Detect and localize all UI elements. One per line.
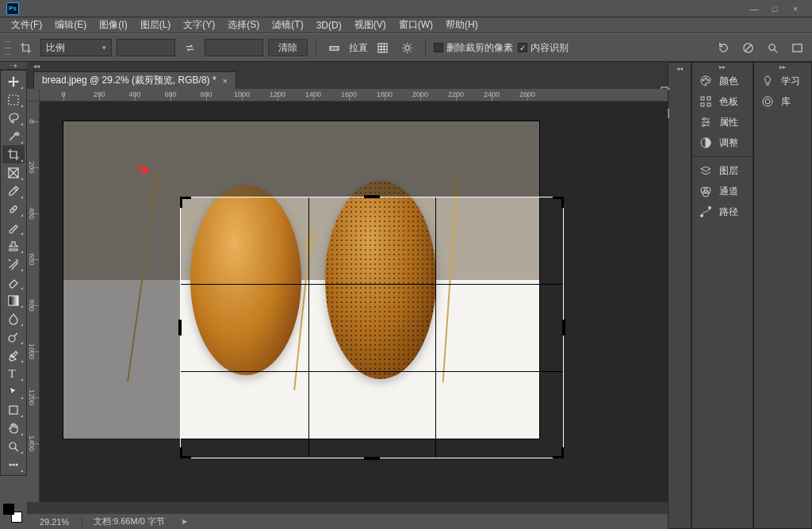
eraser-tool[interactable] <box>2 273 25 291</box>
crop-handle-left[interactable] <box>178 320 182 335</box>
document-info[interactable]: 文档:9.66M/0 字节 <box>82 516 176 527</box>
dock-collapse-handle[interactable]: ▸▸ <box>692 63 753 71</box>
menu-7[interactable]: 3D(D) <box>310 17 348 33</box>
vertical-ruler[interactable]: 0200400600800100012001400 <box>27 102 40 502</box>
edit-toolbar[interactable] <box>2 455 25 473</box>
cancel-crop-icon[interactable] <box>738 39 758 56</box>
dock-collapse-handle[interactable]: ▸▸ <box>754 63 811 71</box>
menu-10[interactable]: 帮助(H) <box>439 17 485 33</box>
crop-handle-top[interactable] <box>364 195 380 198</box>
svg-point-27 <box>707 121 710 124</box>
toolbox: T <box>0 70 27 476</box>
menu-5[interactable]: 选择(S) <box>221 17 266 33</box>
move-tool[interactable] <box>2 72 25 90</box>
crop-height-input[interactable] <box>205 39 263 56</box>
overlay-options-icon[interactable] <box>373 39 393 56</box>
gradient-tool[interactable] <box>2 291 25 309</box>
swap-dimensions-button[interactable] <box>180 39 200 56</box>
properties-panel-icon <box>699 115 713 129</box>
horizontal-ruler[interactable]: 0200400600800100012001400160018002000220… <box>40 89 668 102</box>
menu-6[interactable]: 滤镜(T) <box>266 17 309 33</box>
content-aware-checkbox[interactable]: ✓ 内容识别 <box>518 41 569 55</box>
shape-tool[interactable] <box>2 401 25 419</box>
color-panel[interactable]: 颜色 <box>692 71 753 91</box>
crop-tool-preset-icon[interactable] <box>16 39 36 56</box>
horizontal-scrollbar[interactable] <box>27 502 668 513</box>
zoom-level[interactable]: 29.21% <box>27 517 82 527</box>
dock-collapse-handle[interactable]: ◂◂ <box>676 64 683 72</box>
ruler-origin[interactable] <box>27 89 40 102</box>
path-select-tool[interactable] <box>2 382 25 401</box>
menu-3[interactable]: 图层(L) <box>134 17 178 33</box>
foreground-color-swatch[interactable] <box>3 504 14 515</box>
clone-stamp-tool[interactable] <box>2 236 25 255</box>
swatches-panel[interactable]: 色板 <box>692 91 753 112</box>
delete-cropped-label: 删除裁剪的像素 <box>446 41 513 55</box>
app-logo: Ps <box>6 2 19 15</box>
frame-tool[interactable] <box>2 163 25 182</box>
spot-heal-tool[interactable] <box>2 200 25 218</box>
window-close-button[interactable]: × <box>785 3 806 14</box>
menu-9[interactable]: 窗口(W) <box>393 17 439 33</box>
menu-1[interactable]: 编辑(E) <box>48 17 93 33</box>
canvas[interactable]: ➔ <box>40 102 668 502</box>
toolbox-collapse-handle[interactable]: ∙∙ ▸ <box>0 62 27 70</box>
history-brush-tool[interactable] <box>2 255 25 273</box>
properties-panel[interactable]: 属性 <box>692 112 753 132</box>
straighten-icon[interactable] <box>324 39 344 56</box>
svg-point-17 <box>16 464 17 466</box>
crop-marquee[interactable] <box>181 197 563 458</box>
menu-0[interactable]: 文件(F) <box>5 17 48 33</box>
svg-text:T: T <box>9 368 16 380</box>
learn-panel-icon <box>760 74 775 88</box>
crop-handle-right[interactable] <box>562 320 565 335</box>
delete-cropped-checkbox[interactable]: 删除裁剪的像素 <box>434 41 513 55</box>
brush-tool[interactable] <box>2 218 25 236</box>
options-bar-grip[interactable] <box>5 38 11 57</box>
document-tab[interactable]: bread.jpeg @ 29.2% (裁剪预览, RGB/8) * × <box>33 71 236 89</box>
menu-4[interactable]: 文字(Y) <box>177 17 221 33</box>
menu-2[interactable]: 图像(I) <box>93 17 133 33</box>
crop-handle-bl[interactable] <box>180 447 191 458</box>
document-tabs-collapse[interactable]: ◂◂ <box>27 62 668 70</box>
zoom-tool[interactable] <box>2 437 25 455</box>
dodge-tool[interactable] <box>2 328 25 346</box>
svg-point-34 <box>709 207 711 209</box>
adjustments-panel[interactable]: 调整 <box>692 132 753 153</box>
quick-select-tool[interactable] <box>2 127 25 145</box>
svg-point-36 <box>765 99 770 104</box>
crop-handle-tl[interactable] <box>180 197 191 208</box>
crop-handle-tr[interactable] <box>553 197 564 208</box>
type-tool[interactable]: T <box>2 364 25 382</box>
marquee-tool[interactable] <box>2 90 25 109</box>
blur-tool[interactable] <box>2 309 25 328</box>
libraries-panel[interactable]: 库 <box>754 91 811 112</box>
menu-8[interactable]: 视图(V) <box>348 17 393 33</box>
paths-panel[interactable]: 路径 <box>692 201 753 222</box>
svg-point-35 <box>763 97 772 106</box>
window-maximize-button[interactable]: □ <box>764 3 785 14</box>
crop-handle-bottom[interactable] <box>364 457 380 460</box>
reset-crop-icon[interactable] <box>714 39 733 56</box>
layers-panel[interactable]: 图层 <box>692 160 753 181</box>
window-minimize-button[interactable]: — <box>744 3 764 14</box>
share-frame-icon[interactable] <box>787 39 807 56</box>
channels-panel[interactable]: 通道 <box>692 181 753 201</box>
crop-options-gear-icon[interactable] <box>397 39 417 56</box>
crop-handle-br[interactable] <box>553 447 564 458</box>
status-info-menu-icon[interactable]: ▶ <box>176 518 193 525</box>
svg-rect-23 <box>707 97 710 100</box>
crop-ratio-select[interactable]: 比例 ▾ <box>40 39 112 56</box>
eyedropper-tool[interactable] <box>2 182 25 200</box>
hand-tool[interactable] <box>2 419 25 437</box>
crop-tool[interactable] <box>2 145 25 163</box>
learn-panel[interactable]: 学习 <box>754 71 811 91</box>
foreground-background-swatches[interactable] <box>3 500 22 526</box>
pen-tool[interactable] <box>2 346 25 364</box>
search-icon[interactable] <box>763 39 783 56</box>
clear-button[interactable]: 清除 <box>268 39 308 56</box>
crop-width-input[interactable] <box>117 39 175 56</box>
lasso-tool[interactable] <box>2 109 25 127</box>
close-tab-icon[interactable]: × <box>223 76 228 86</box>
document-tab-bar: bread.jpeg @ 29.2% (裁剪预览, RGB/8) * × <box>27 70 668 89</box>
